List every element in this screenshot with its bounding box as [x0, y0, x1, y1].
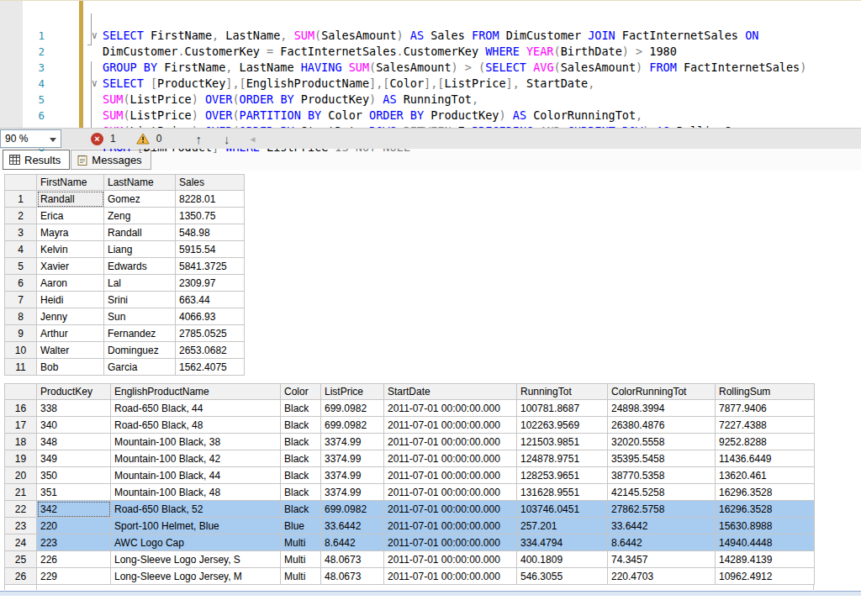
cell[interactable]: 349 [37, 450, 111, 467]
cell[interactable]: 348 [37, 434, 111, 450]
cell[interactable]: Blue [281, 518, 321, 534]
cell[interactable]: Multi [281, 568, 321, 585]
cell[interactable]: 14289.4139 [716, 551, 815, 568]
warning-icon[interactable] [136, 133, 150, 145]
error-icon[interactable]: × [91, 133, 103, 145]
cell[interactable]: Fernandez [104, 325, 176, 342]
cell[interactable]: Black [281, 434, 321, 450]
cell[interactable]: Edwards [104, 258, 176, 275]
cell[interactable]: 16296.3528 [716, 501, 815, 518]
cell[interactable]: 400.1809 [517, 551, 608, 568]
cell[interactable]: Garcia [104, 359, 176, 376]
cell[interactable]: 548.98 [176, 224, 245, 241]
error-count[interactable]: 1 [110, 133, 116, 145]
cell[interactable]: Multi [281, 534, 321, 551]
cell[interactable]: 8.6442 [321, 534, 384, 551]
cell[interactable]: Zeng [104, 208, 176, 224]
cell[interactable]: 124878.9751 [517, 450, 608, 467]
cell[interactable]: 9252.8288 [716, 434, 815, 450]
cell[interactable]: 699.0982 [321, 417, 384, 434]
scroll-left-icon[interactable]: ◄ [248, 134, 256, 144]
row-number[interactable]: 17 [5, 417, 37, 434]
cell[interactable]: 2011-07-01 00:00:00.000 [384, 400, 517, 417]
cell[interactable]: Liang [104, 241, 176, 258]
cell[interactable]: 3374.99 [321, 467, 384, 484]
cell[interactable]: Black [281, 400, 321, 417]
cell[interactable]: 15630.8988 [716, 518, 815, 534]
cell[interactable]: Aaron [37, 275, 104, 292]
row-number[interactable]: 18 [5, 434, 37, 450]
cell[interactable]: 35395.5458 [608, 450, 716, 467]
cell[interactable]: 74.3457 [608, 551, 716, 568]
cell[interactable]: Black [281, 484, 321, 501]
cell[interactable]: 33.6442 [608, 518, 716, 534]
zoom-level-select[interactable]: 90 % [0, 129, 61, 148]
cell[interactable]: 48.0673 [321, 568, 384, 585]
cell[interactable]: Road-650 Black, 44 [111, 400, 281, 417]
cell[interactable]: Arthur [37, 325, 104, 342]
cell[interactable]: Sport-100 Helmet, Blue [111, 518, 281, 534]
cell[interactable]: Mountain-100 Black, 42 [111, 450, 281, 467]
row-number[interactable]: 24 [5, 534, 37, 551]
cell[interactable]: 663.44 [176, 292, 245, 308]
cell[interactable]: 128253.9651 [517, 467, 608, 484]
cell[interactable]: 27862.5758 [608, 501, 716, 518]
cell[interactable]: 338 [37, 400, 111, 417]
row-number[interactable]: 8 [5, 308, 37, 325]
cell[interactable]: 2785.0525 [176, 325, 245, 342]
code-line[interactable]: 3GROUP BY FirstName, LastName HAVING SUM… [0, 60, 861, 76]
row-number[interactable]: 22 [5, 501, 37, 518]
column-header[interactable]: RunningTot [517, 384, 608, 400]
cell[interactable]: 1350.75 [176, 208, 245, 224]
cell[interactable]: Multi [281, 551, 321, 568]
cell[interactable]: 11436.6449 [716, 450, 815, 467]
splitter[interactable] [0, 591, 861, 596]
code-line[interactable]: 6SUM(ListPrice) OVER(PARTITION BY Color … [0, 108, 861, 124]
cell[interactable]: 342 [37, 501, 111, 518]
warning-count[interactable]: 0 [156, 133, 162, 145]
cell[interactable]: 223 [37, 534, 111, 551]
column-header[interactable]: RollingSum [716, 384, 815, 400]
cell[interactable]: 3374.99 [321, 484, 384, 501]
cell[interactable]: 3374.99 [321, 434, 384, 450]
cell[interactable]: 2011-07-01 00:00:00.000 [384, 484, 517, 501]
select-all-corner[interactable] [5, 384, 37, 400]
cell[interactable]: Walter [37, 342, 104, 359]
cell[interactable]: 32020.5558 [608, 434, 716, 450]
cell[interactable]: 103746.0451 [517, 501, 608, 518]
cell[interactable]: 220 [37, 518, 111, 534]
cell[interactable]: 121503.9851 [517, 434, 608, 450]
cell[interactable]: Long-Sleeve Logo Jersey, M [111, 568, 281, 585]
row-number[interactable]: 16 [5, 400, 37, 417]
code-line[interactable]: 5SUM(ListPrice) OVER(ORDER BY ProductKey… [0, 92, 861, 108]
row-number[interactable]: 19 [5, 450, 37, 467]
cell[interactable]: 3374.99 [321, 450, 384, 467]
cell[interactable]: 42145.5258 [608, 484, 716, 501]
row-number[interactable]: 11 [5, 359, 37, 376]
cell[interactable]: Randall [104, 224, 176, 241]
cell[interactable]: 2011-07-01 00:00:00.000 [384, 450, 517, 467]
product-running-totals-grid[interactable]: ProductKeyEnglishProductNameColorListPri… [4, 383, 861, 585]
cell[interactable]: Xavier [37, 258, 104, 275]
row-number[interactable]: 20 [5, 467, 37, 484]
cell[interactable]: 7227.4388 [716, 417, 815, 434]
cell[interactable]: Erica [37, 208, 104, 224]
cell[interactable]: 2011-07-01 00:00:00.000 [384, 467, 517, 484]
code-line[interactable]: 2DimCustomer.CustomerKey = FactInternetS… [0, 44, 861, 60]
cell[interactable]: 100781.8687 [517, 400, 608, 417]
cell[interactable]: 14940.4448 [716, 534, 815, 551]
cell[interactable]: 10962.4912 [716, 568, 815, 585]
column-header[interactable]: ProductKey [37, 384, 111, 400]
sql-editor[interactable]: 1∨SELECT FirstName, LastName, SUM(SalesA… [0, 0, 861, 128]
code-line[interactable]: 4∨SELECT [ProductKey],[EnglishProductNam… [0, 76, 861, 92]
cell[interactable]: 257.201 [517, 518, 608, 534]
cell[interactable]: 4066.93 [176, 308, 245, 325]
row-number[interactable]: 2 [5, 208, 37, 224]
cell[interactable]: Heidi [37, 292, 104, 308]
cell[interactable]: Mountain-100 Black, 38 [111, 434, 281, 450]
cell[interactable]: 131628.9551 [517, 484, 608, 501]
cell[interactable]: 229 [37, 568, 111, 585]
column-header[interactable]: ColorRunningTot [608, 384, 716, 400]
cell[interactable]: 351 [37, 484, 111, 501]
cell[interactable]: Kelvin [37, 241, 104, 258]
